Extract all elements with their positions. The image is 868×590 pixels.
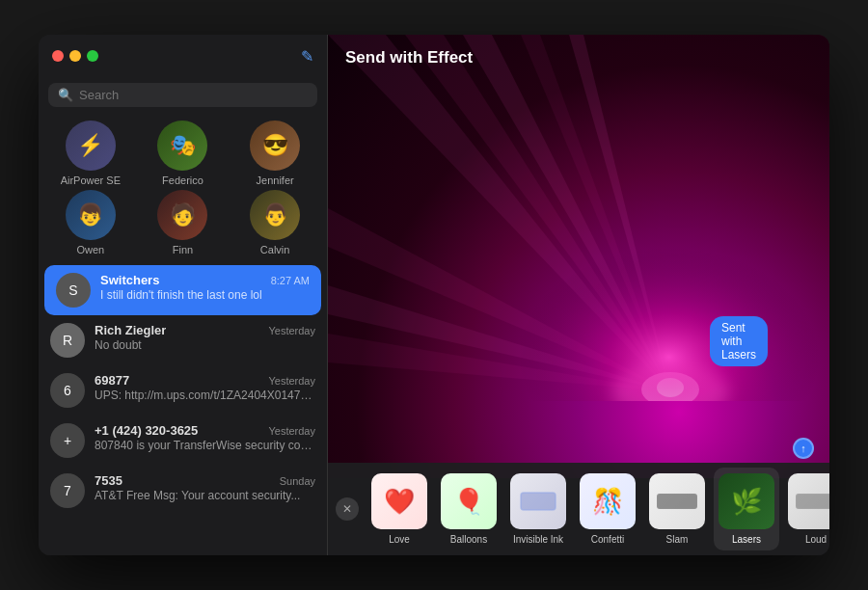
conv-time-1424: Yesterday <box>268 425 315 437</box>
contact-name-finn: Finn <box>173 244 193 255</box>
effect-invisible-ink[interactable]: Invisible Ink <box>505 468 571 550</box>
close-button[interactable] <box>52 50 64 62</box>
conv-time-7535: Sunday <box>280 475 315 487</box>
app-window: ✎ 🔍 ⚡ AirPower SE 🎭 Federico 😎 Jennifer … <box>39 35 829 555</box>
conversation-list: S Switchers 8:27 AM I still didn't finis… <box>39 265 327 555</box>
sidebar: ✎ 🔍 ⚡ AirPower SE 🎭 Federico 😎 Jennifer … <box>39 35 328 555</box>
sent-badge: Sent with Lasers <box>710 316 768 366</box>
conv-preview-1424: 807840 is your TransferWise security cod… <box>95 439 315 452</box>
conv-name-69877: 69877 <box>95 373 129 388</box>
conv-header-switchers: Switchers 8:27 AM <box>100 273 310 287</box>
conv-name-7535: 7535 <box>95 473 122 488</box>
contact-name-airpower: AirPower SE <box>61 174 121 186</box>
contact-name-calvin: Calvin <box>260 244 290 255</box>
effect-label-balloons: Balloons <box>450 534 487 545</box>
contact-finn[interactable]: 🧑 Finn <box>148 190 217 255</box>
traffic-lights <box>52 50 98 62</box>
conv-avatar-switchers: S <box>56 273 91 308</box>
contact-name-jennifer: Jennifer <box>257 174 294 186</box>
effect-thumb-loud <box>788 473 829 529</box>
conv-header-1424: +1 (424) 320-3625 Yesterday <box>95 423 315 438</box>
contact-owen[interactable]: 👦 Owen <box>56 190 125 255</box>
avatar-calvin: 👨 <box>250 190 300 240</box>
fullscreen-button[interactable] <box>87 50 98 62</box>
effect-slam[interactable]: Slam <box>644 468 710 550</box>
effect-balloons[interactable]: 🎈 Balloons <box>436 468 502 550</box>
avatar-owen: 👦 <box>66 190 116 240</box>
effect-love[interactable]: ❤️ Love <box>366 468 432 550</box>
avatar-jennifer: 😎 <box>250 121 300 171</box>
contact-name-owen: Owen <box>76 244 104 255</box>
effect-thumb-confetti: 🎊 <box>580 473 636 529</box>
conv-content-rich: Rich Ziegler Yesterday No doubt <box>95 323 315 352</box>
effect-label-love: Love <box>389 534 410 545</box>
effect-thumb-invisible-ink <box>510 473 566 529</box>
laser-background <box>328 35 829 478</box>
conv-time-rich: Yesterday <box>268 325 315 336</box>
effect-thumb-love: ❤️ <box>371 473 427 529</box>
contact-jennifer[interactable]: 😎 Jennifer <box>240 121 310 186</box>
effect-lasers[interactable]: 🌿 Lasers <box>714 468 779 550</box>
conv-header-69877: 69877 Yesterday <box>95 373 315 388</box>
minimize-button[interactable] <box>69 50 81 62</box>
effect-label-lasers: Lasers <box>732 534 761 545</box>
conv-header-rich: Rich Ziegler Yesterday <box>95 323 315 337</box>
avatar-finn: 🧑 <box>157 190 207 240</box>
conversation-switchers[interactable]: S Switchers 8:27 AM I still didn't finis… <box>44 265 321 315</box>
conv-avatar-rich: R <box>50 323 85 358</box>
contact-airpower[interactable]: ⚡ AirPower SE <box>56 121 125 186</box>
close-icon: ✕ <box>342 502 352 516</box>
conversation-7535[interactable]: 7 7535 Sunday AT&T Free Msg: Your accoun… <box>39 466 327 516</box>
contact-name-federico: Federico <box>162 174 203 186</box>
effect-thumb-lasers: 🌿 <box>719 473 774 529</box>
close-effects-button[interactable]: ✕ <box>336 497 359 521</box>
effect-label-invisible-ink: Invisible Ink <box>513 534 563 545</box>
effect-title: Send with Effect <box>328 35 829 77</box>
send-button[interactable]: ↑ <box>793 438 814 459</box>
conv-avatar-69877: 6 <box>50 373 85 408</box>
effect-thumb-balloons: 🎈 <box>441 473 497 529</box>
avatar-federico: 🎭 <box>157 121 207 171</box>
conv-preview-rich: No doubt <box>95 338 315 352</box>
conversation-rich[interactable]: R Rich Ziegler Yesterday No doubt <box>39 315 327 365</box>
search-input[interactable] <box>79 88 308 102</box>
conv-header-7535: 7535 Sunday <box>95 473 315 488</box>
effect-label-loud: Loud <box>805 534 827 545</box>
conv-preview-switchers: I still didn't finish the last one lol <box>100 288 310 302</box>
main-content: Send with Effect <box>328 35 829 555</box>
sent-badge-container: Sent with Lasers ↑ <box>793 438 814 459</box>
conv-content-69877: 69877 Yesterday UPS: http://m.ups.com/t/… <box>95 373 315 402</box>
conv-preview-69877: UPS: http://m.ups.com/t/1ZA2404X01476417… <box>95 389 315 402</box>
conversation-1424[interactable]: + +1 (424) 320-3625 Yesterday 807840 is … <box>39 416 327 466</box>
effect-loud[interactable]: Loud <box>783 468 829 550</box>
conversation-69877[interactable]: 6 69877 Yesterday UPS: http://m.ups.com/… <box>39 365 327 416</box>
conv-time-switchers: 8:27 AM <box>271 275 310 286</box>
conv-time-69877: Yesterday <box>268 375 315 387</box>
effect-thumb-slam <box>649 473 705 529</box>
effect-label-confetti: Confetti <box>591 534 624 545</box>
search-icon: 🔍 <box>58 88 73 102</box>
conv-content-7535: 7535 Sunday AT&T Free Msg: Your account … <box>95 473 315 502</box>
conv-content-1424: +1 (424) 320-3625 Yesterday 807840 is yo… <box>95 423 315 452</box>
conv-name-switchers: Switchers <box>100 273 159 287</box>
search-bar: 🔍 <box>48 83 317 107</box>
avatar-airpower: ⚡ <box>66 121 116 171</box>
contact-calvin[interactable]: 👨 Calvin <box>240 190 310 255</box>
conv-avatar-7535: 7 <box>50 473 85 508</box>
conv-avatar-1424: + <box>50 423 85 458</box>
titlebar: ✎ <box>39 35 327 77</box>
conv-content-switchers: Switchers 8:27 AM I still didn't finish … <box>100 273 310 302</box>
conv-preview-7535: AT&T Free Msg: Your account security... <box>95 489 315 502</box>
conv-name-rich: Rich Ziegler <box>95 323 166 337</box>
contact-federico[interactable]: 🎭 Federico <box>148 121 217 186</box>
pinned-contacts: ⚡ AirPower SE 🎭 Federico 😎 Jennifer 👦 Ow… <box>39 117 327 265</box>
conv-name-1424: +1 (424) 320-3625 <box>95 423 198 438</box>
effects-bar: ✕ ❤️ Love 🎈 Balloons Invisible Ink 🎊 Con… <box>328 463 829 555</box>
svg-rect-12 <box>521 493 556 510</box>
effect-label-slam: Slam <box>666 534 689 545</box>
compose-icon[interactable]: ✎ <box>301 47 313 66</box>
effect-confetti[interactable]: 🎊 Confetti <box>575 468 640 550</box>
sent-badge-text: Sent with Lasers <box>721 321 756 362</box>
